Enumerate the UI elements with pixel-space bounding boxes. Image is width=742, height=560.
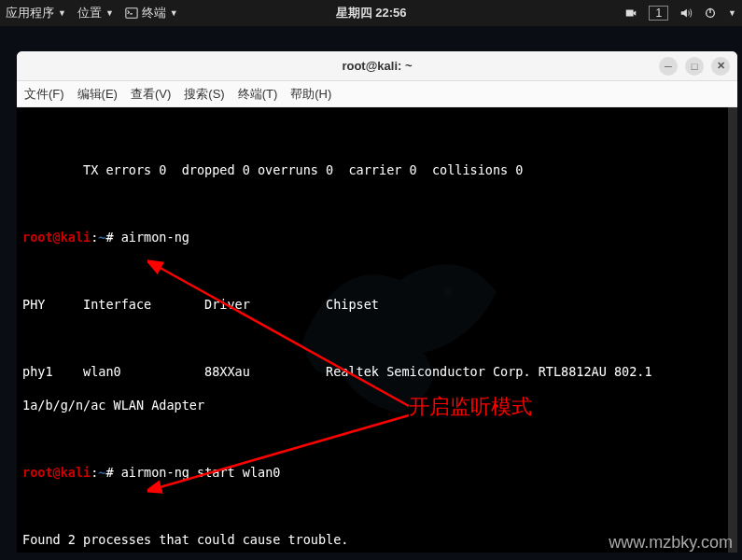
chevron-down-icon: ▼: [58, 8, 66, 18]
window-titlebar[interactable]: root@kali: ~ ─ □ ✕: [17, 51, 737, 81]
blank-line: [22, 497, 732, 514]
blank-line: [22, 430, 732, 447]
blank-line: [22, 329, 732, 346]
prompt-user: root: [22, 465, 53, 480]
terminal-icon: [125, 7, 138, 20]
command-text: airmon-ng: [121, 230, 189, 245]
window-controls: ─ □ ✕: [659, 57, 730, 76]
annotation-text: 开启监听模式: [409, 399, 532, 415]
applications-menu[interactable]: 应用程序 ▼: [6, 5, 66, 21]
datetime-display[interactable]: 星期四 22:56: [336, 5, 407, 21]
places-menu[interactable]: 位置 ▼: [77, 5, 114, 21]
applications-label: 应用程序: [6, 5, 54, 21]
menubar: 文件(F) 编辑(E) 查看(V) 搜索(S) 终端(T) 帮助(H): [17, 81, 737, 107]
screen-recorder-icon[interactable]: [624, 7, 637, 20]
close-button[interactable]: ✕: [711, 57, 730, 76]
chevron-down-icon: ▼: [728, 8, 736, 18]
top-panel: 应用程序 ▼ 位置 ▼ 终端 ▼ 星期四 22:56 1 ▼: [0, 0, 742, 26]
panel-left: 应用程序 ▼ 位置 ▼ 终端 ▼: [6, 5, 178, 21]
annotation-arrow: [147, 406, 418, 499]
prompt-symbol: #: [105, 465, 113, 480]
maximize-button[interactable]: □: [685, 57, 704, 76]
terminal-window: root@kali: ~ ─ □ ✕ 文件(F) 编辑(E) 查看(V) 搜索(…: [17, 51, 737, 553]
minimize-button[interactable]: ─: [659, 57, 678, 76]
svg-rect-1: [626, 10, 634, 17]
blank-line: [22, 262, 732, 279]
terminal-body[interactable]: TX errors 0 dropped 0 overruns 0 carrier…: [17, 107, 737, 553]
prompt-line: root@kali:~# airmon-ng start wlan0: [22, 464, 732, 481]
menu-search[interactable]: 搜索(S): [184, 86, 224, 103]
menu-file[interactable]: 文件(F): [24, 86, 64, 103]
panel-right: 1 ▼: [624, 6, 736, 21]
prompt-user: root: [22, 230, 53, 245]
terminal-launcher[interactable]: 终端 ▼: [125, 5, 178, 21]
watermark-text: www.mzbky.com: [609, 533, 733, 553]
prompt-host: kali: [61, 230, 91, 245]
output-header: PHY Interface Driver Chipset: [22, 296, 732, 313]
chevron-down-icon: ▼: [170, 8, 178, 18]
output-row: 1a/b/g/n/ac WLAN Adapter: [22, 397, 732, 413]
power-icon[interactable]: [704, 7, 717, 20]
command-text: airmon-ng start wlan0: [121, 465, 281, 480]
blank-line: [22, 195, 732, 212]
places-label: 位置: [77, 5, 102, 21]
output-row: phy1 wlan0 88XXau Realtek Semiconductor …: [22, 363, 732, 380]
menu-view[interactable]: 查看(V): [131, 86, 171, 103]
menu-help[interactable]: 帮助(H): [290, 86, 331, 103]
workspace-indicator[interactable]: 1: [649, 6, 668, 21]
prompt-host: kali: [61, 465, 91, 480]
volume-icon[interactable]: [679, 7, 693, 20]
prompt-symbol: #: [105, 230, 113, 245]
menu-edit[interactable]: 编辑(E): [77, 86, 118, 103]
output-line: TX errors 0 dropped 0 overruns 0 carrier…: [22, 161, 732, 178]
terminal-label: 终端: [142, 5, 166, 21]
window-title: root@kali: ~: [342, 59, 412, 73]
prompt-line: root@kali:~# airmon-ng: [22, 229, 732, 245]
menu-terminal[interactable]: 终端(T): [238, 86, 278, 103]
svg-rect-0: [126, 8, 137, 19]
chevron-down-icon: ▼: [105, 8, 114, 18]
